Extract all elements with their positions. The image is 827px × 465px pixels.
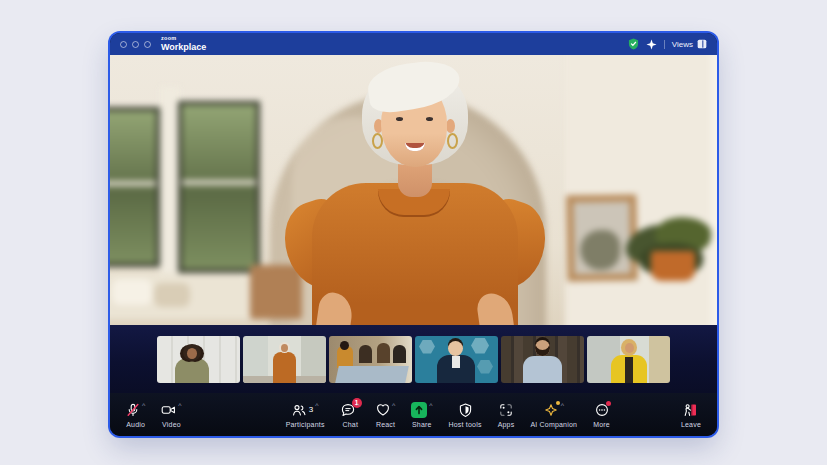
camera-icon (161, 403, 176, 417)
window-traffic-lights (120, 41, 151, 48)
leave-button[interactable]: Leave (673, 393, 709, 436)
audio-button[interactable]: ^ Audio (118, 393, 153, 436)
participant-thumbnail-2[interactable] (243, 336, 326, 383)
minimize-window-button[interactable] (132, 41, 139, 48)
logo-text-zoom: zoom (161, 36, 206, 42)
more-notification-dot (606, 401, 611, 406)
audio-chevron[interactable]: ^ (142, 403, 145, 409)
host-tools-shield-icon (459, 403, 472, 417)
share-button[interactable]: ^ Share (403, 393, 440, 436)
view-button-label: Views (672, 40, 693, 49)
video-button[interactable]: ^ Video (153, 393, 189, 436)
zoom-meeting-window: zoom Workplace Views (110, 33, 717, 436)
participant-thumbnail-6[interactable] (587, 336, 670, 383)
microphone-muted-icon (126, 403, 140, 417)
heart-icon (376, 403, 390, 417)
close-window-button[interactable] (120, 41, 127, 48)
apps-button[interactable]: Apps (490, 393, 523, 436)
participants-icon (292, 403, 306, 417)
chat-chevron[interactable]: ^ (357, 403, 360, 409)
speaker-woman-orange-top (110, 55, 717, 325)
titlebar-divider (664, 40, 665, 49)
grid-view-icon (697, 39, 707, 49)
participants-chevron[interactable]: ^ (315, 403, 318, 409)
react-button[interactable]: ^ React (368, 393, 403, 436)
meeting-security-shield-icon[interactable] (628, 38, 639, 50)
participant-thumbnail-5[interactable] (501, 336, 584, 383)
maximize-window-button[interactable] (144, 41, 151, 48)
participants-count: 3 (309, 405, 313, 414)
leave-meeting-icon (683, 403, 698, 417)
page-background: zoom Workplace Views (0, 0, 827, 465)
ai-companion-dot (556, 401, 560, 405)
share-screen-icon (411, 402, 427, 418)
more-button[interactable]: More (585, 393, 618, 436)
participant-filmstrip (110, 325, 717, 393)
video-chevron[interactable]: ^ (178, 403, 181, 409)
ai-companion-button[interactable]: ^ AI Companion (522, 393, 585, 436)
host-tools-button[interactable]: Host tools (441, 393, 490, 436)
chat-button[interactable]: 1 ^ Chat (333, 393, 368, 436)
meeting-toolbar: ^ Audio ^ Video 3 ^ Participants (110, 393, 717, 436)
ai-sparkle-icon[interactable] (646, 39, 657, 50)
participant-thumbnail-3[interactable] (329, 336, 412, 383)
titlebar: zoom Workplace Views (110, 33, 717, 55)
participants-button[interactable]: 3 ^ Participants (278, 393, 333, 436)
share-chevron[interactable]: ^ (429, 403, 432, 409)
ai-companion-chevron[interactable]: ^ (561, 403, 564, 409)
logo-text-workplace: Workplace (161, 43, 206, 52)
ai-companion-sparkle-icon (544, 403, 559, 417)
apps-icon (499, 403, 513, 417)
participant-thumbnail-4[interactable] (415, 336, 498, 383)
react-chevron[interactable]: ^ (392, 403, 395, 409)
main-speaker-video (110, 55, 717, 325)
zoom-workplace-logo: zoom Workplace (161, 36, 206, 52)
participant-thumbnail-1[interactable] (157, 336, 240, 383)
view-button[interactable]: Views (672, 39, 707, 49)
